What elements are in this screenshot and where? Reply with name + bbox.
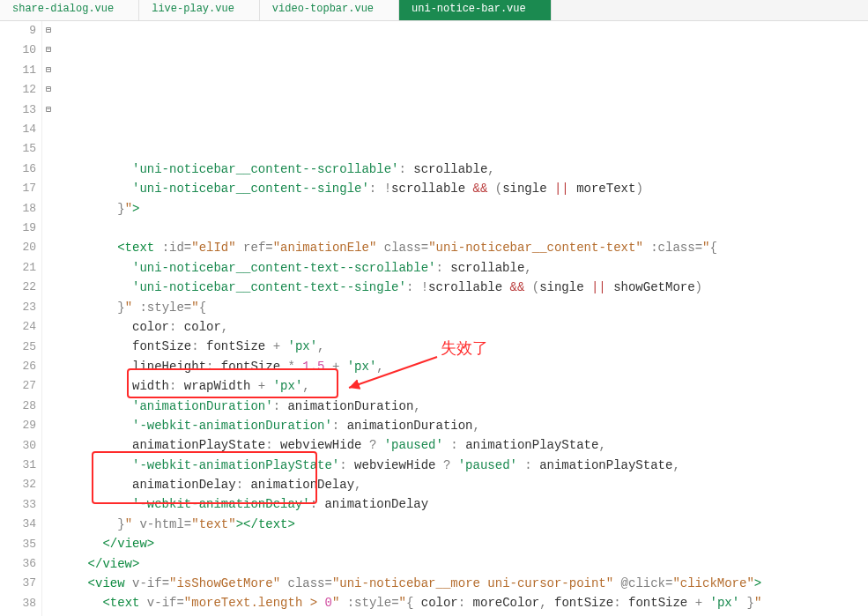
code-line[interactable] xyxy=(58,219,868,238)
code-line[interactable]: 'uni-noticebar__content--single': !scrol… xyxy=(58,179,868,198)
code-line[interactable]: }" v-html="text"></text> xyxy=(58,515,868,534)
editor-tabs: share-dialog.vue live-play.vue video-top… xyxy=(0,0,868,21)
code-line[interactable]: }" :style="{ xyxy=(58,298,868,317)
code-line[interactable]: }"> xyxy=(58,199,868,219)
code-line[interactable]: <text :id="elId" ref="animationEle" clas… xyxy=(58,238,868,257)
code-editor[interactable]: 9101112131415161718192021222324252627282… xyxy=(0,21,868,616)
code-line[interactable]: animationPlayState: webviewHide ? 'pause… xyxy=(58,435,868,455)
code-line[interactable]: </view> xyxy=(58,554,868,574)
code-line[interactable]: 'animationDuration': animationDuration, xyxy=(58,397,868,416)
fold-column[interactable]: ⊟⊟⊟⊟⊟ xyxy=(42,21,55,616)
code-line[interactable]: '-webkit-animationDelay': animationDelay xyxy=(58,494,868,514)
tab-video-topbar[interactable]: video-topbar.vue xyxy=(260,0,399,20)
code-line[interactable]: '-webkit-animationDuration': animationDu… xyxy=(58,416,868,435)
tab-uni-notice-bar[interactable]: uni-notice-bar.vue xyxy=(399,0,552,20)
code-line[interactable]: width: wrapWidth + 'px', xyxy=(58,376,868,396)
code-line[interactable]: color: color, xyxy=(58,317,868,337)
code-area[interactable]: 'uni-noticebar__content--scrollable': sc… xyxy=(55,21,868,616)
code-line[interactable]: 'uni-noticebar__content-text--single': !… xyxy=(58,278,868,297)
tab-share-dialog[interactable]: share-dialog.vue xyxy=(0,0,139,20)
code-line[interactable]: fontSize: fontSize + 'px', xyxy=(58,337,868,356)
code-line[interactable]: <view v-if="isShowGetMore" class="uni-no… xyxy=(58,574,868,593)
code-line[interactable]: animationDelay: animationDelay, xyxy=(58,475,868,494)
line-number-gutter: 9101112131415161718192021222324252627282… xyxy=(0,21,42,616)
code-line[interactable]: 'uni-noticebar__content-text--scrollable… xyxy=(58,258,868,278)
tab-live-play[interactable]: live-play.vue xyxy=(139,0,260,20)
code-line[interactable]: '-webkit-animationPlayState': webviewHid… xyxy=(58,456,868,475)
code-line[interactable]: lineHeight: fontSize * 1.5 + 'px', xyxy=(58,357,868,376)
code-line[interactable]: </view> xyxy=(58,534,868,553)
code-line[interactable]: <text v-if="moreText.length > 0" :style=… xyxy=(58,593,868,612)
code-line[interactable]: 'uni-noticebar__content--scrollable': sc… xyxy=(58,160,868,179)
